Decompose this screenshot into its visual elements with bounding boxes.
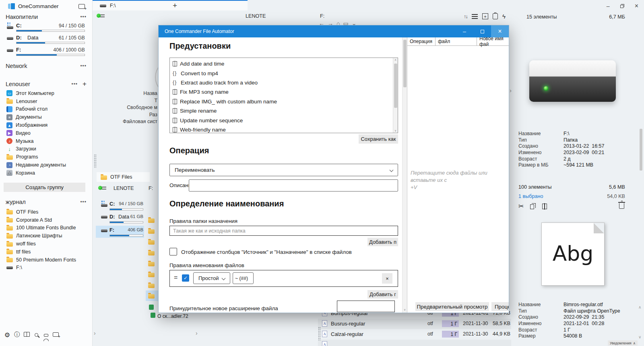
scroll-up-icon[interactable]: ∧ bbox=[638, 305, 641, 310]
journal-item[interactable]: Латинские Шрифты bbox=[0, 232, 92, 240]
journal-item[interactable]: 50 Premium Modern Fonts bbox=[0, 256, 92, 264]
folder-icon[interactable] bbox=[148, 240, 155, 245]
journal-item[interactable]: woff files bbox=[0, 240, 92, 248]
rule-enabled-checkbox[interactable]: ✓ bbox=[182, 274, 189, 282]
pane-resize-handle[interactable] bbox=[94, 154, 97, 168]
sidebar-item-programs[interactable]: Programs bbox=[0, 153, 92, 161]
file-icon-green[interactable] bbox=[149, 305, 154, 310]
cut-scissors-icon[interactable]: ✂ bbox=[518, 202, 524, 210]
preset-item[interactable]: { }Convert to mp4 bbox=[170, 68, 398, 78]
create-group-button[interactable]: Создать группу bbox=[4, 183, 85, 192]
preset-item[interactable]: Web-friendly name bbox=[170, 125, 398, 133]
list-view-icon[interactable] bbox=[472, 14, 478, 19]
drive-row-d[interactable]: D: Data 61 / 105 GB bbox=[0, 33, 92, 45]
folder-icon[interactable] bbox=[148, 262, 155, 266]
column-header[interactable]: Новое имя фай bbox=[477, 37, 509, 45]
folder-icon[interactable] bbox=[148, 218, 155, 223]
search-icon[interactable] bbox=[31, 331, 41, 341]
pane-collapse-chevron[interactable]: › bbox=[196, 330, 198, 336]
preset-item[interactable]: Update number sequence bbox=[170, 115, 398, 125]
pane-expand-chevron[interactable]: › bbox=[510, 87, 512, 94]
presets-listbox[interactable]: Add date and time { }Convert to mp4 { }E… bbox=[169, 58, 398, 133]
drive-row-f[interactable]: F: 406 / 1000 GB bbox=[0, 45, 92, 57]
sidebar-item-pictures[interactable]: ▲Изображения bbox=[0, 121, 92, 129]
dialog-maximize-icon[interactable] bbox=[473, 25, 491, 37]
rule-pattern-input[interactable] bbox=[233, 273, 253, 284]
assistant-icon[interactable] bbox=[41, 331, 51, 341]
sidebar-item-video[interactable]: ▶Видео bbox=[0, 129, 92, 137]
settings-gear-icon[interactable]: ⚙ bbox=[2, 331, 12, 341]
path-label[interactable]: F: bbox=[320, 13, 324, 19]
restore-icon[interactable] bbox=[620, 4, 624, 8]
folder-icon[interactable] bbox=[148, 284, 155, 288]
journal-item[interactable]: 100 Ultimate Fonts Bundle bbox=[0, 224, 92, 232]
folder-icon[interactable] bbox=[148, 294, 155, 299]
sidebar-item-recent[interactable]: ◔Недавние документы bbox=[0, 161, 92, 169]
drive-row-c[interactable]: C: 94 / 150 GB bbox=[0, 21, 92, 33]
sidebar-item-documents[interactable]: ≡Документы bbox=[0, 113, 92, 121]
description-input[interactable] bbox=[189, 180, 398, 191]
info-icon[interactable]: ⓘ bbox=[12, 331, 22, 341]
folder-icon[interactable] bbox=[148, 251, 155, 255]
force-ext-input[interactable] bbox=[337, 301, 394, 312]
rule-type-dropdown[interactable]: Простой bbox=[193, 272, 230, 284]
network-menu-icon[interactable]: ••• bbox=[80, 63, 87, 69]
preset-item[interactable]: Simple rename bbox=[170, 106, 398, 115]
preset-item[interactable]: Fix MP3 song name bbox=[170, 87, 398, 97]
table-row[interactable]: A Busrus-regular otf 1 Г 2021-11-30 58,5… bbox=[318, 319, 511, 329]
dialog-scrollbar[interactable]: ∨ bbox=[402, 37, 407, 313]
operation-dropdown[interactable]: Переименовать bbox=[169, 164, 398, 176]
sidebar-item-lenouser[interactable]: Lenouser bbox=[0, 97, 92, 105]
dual-pane-icon[interactable] bbox=[22, 331, 31, 341]
column-header[interactable]: Операция bbox=[407, 37, 436, 45]
partial-file-label[interactable]: О ск...adler.72 bbox=[157, 313, 188, 319]
preset-item[interactable]: Replace IMG_ with custom album name bbox=[170, 97, 398, 106]
add-favorite-icon[interactable]: + bbox=[83, 80, 87, 88]
path-label[interactable]: F: bbox=[149, 185, 153, 191]
journal-item[interactable]: ttf files bbox=[0, 248, 92, 256]
add-icon[interactable]: + bbox=[482, 13, 488, 19]
font-preview-thumbnail[interactable]: Abg bbox=[541, 222, 605, 286]
user-menu-icon[interactable]: ••• bbox=[71, 81, 78, 87]
delete-trash-icon[interactable] bbox=[619, 203, 624, 209]
sidebar-item-downloads[interactable]: ↓Загрузки bbox=[0, 145, 92, 153]
journal-item[interactable]: Corporate A Std bbox=[0, 216, 92, 224]
close-icon[interactable]: × bbox=[635, 2, 638, 10]
file-icon-green[interactable] bbox=[151, 313, 155, 318]
sidebar-item-desktop[interactable]: Рабочий стол bbox=[0, 105, 92, 113]
dest-rule-input[interactable] bbox=[170, 226, 398, 235]
preset-item[interactable]: { }Extract audio track from a video bbox=[170, 78, 398, 87]
folder-icon[interactable] bbox=[148, 229, 155, 234]
clipboard-icon[interactable] bbox=[493, 13, 498, 19]
process-button[interactable]: Проце bbox=[491, 302, 509, 311]
scrollbar-thumb[interactable] bbox=[640, 129, 642, 171]
table-row-partial[interactable]: A bbox=[318, 340, 511, 346]
scroll-down-icon[interactable]: ∨ bbox=[638, 335, 641, 340]
tab-f-drive[interactable]: F:\ + bbox=[93, 0, 248, 10]
journal-menu-icon[interactable]: ••• bbox=[80, 199, 87, 205]
storage-menu-icon[interactable]: ••• bbox=[80, 14, 87, 20]
notifications-chip[interactable]: Уведомления∧ bbox=[608, 340, 638, 346]
copy-icon[interactable] bbox=[530, 203, 536, 209]
pane-collapse-chevron[interactable]: › bbox=[94, 330, 96, 336]
rule-drag-handle[interactable]: = bbox=[174, 274, 178, 281]
new-tab-button[interactable]: + bbox=[173, 1, 177, 10]
listbox-scrollbar[interactable]: ∧ ∨ bbox=[393, 58, 398, 133]
actions-lightning-icon[interactable]: ϟ bbox=[502, 13, 506, 20]
drive-row-c[interactable]: C: 94 / 150 GB bbox=[96, 200, 144, 211]
new-window-icon[interactable]: + bbox=[78, 4, 85, 9]
sidebar-item-this-computer[interactable]: ▭Этот Компьютер bbox=[0, 89, 92, 97]
add-file-rule-button[interactable]: Добавить г bbox=[367, 290, 398, 299]
journal-item-drive[interactable]: F:\ bbox=[0, 264, 92, 272]
selected-count[interactable]: 1 выбрано bbox=[518, 194, 543, 199]
tab-otf-files[interactable]: OTF Files bbox=[97, 172, 150, 182]
sidebar-item-recycle[interactable]: ♺Корзина bbox=[0, 169, 92, 177]
table-row[interactable]: A Calzal-regular otf 1 Г 2021-11-30 44,9… bbox=[318, 329, 511, 340]
column-header[interactable]: файл bbox=[436, 37, 477, 45]
folder-icon[interactable] bbox=[148, 273, 155, 277]
drive-row-d[interactable]: D: Data 61 GB bbox=[96, 213, 144, 224]
preview-button[interactable]: Предварительный просмотр bbox=[415, 302, 489, 311]
remove-rule-icon[interactable]: × bbox=[382, 273, 392, 284]
add-dest-rule-button[interactable]: Добавить п bbox=[367, 238, 398, 246]
dialog-close-icon[interactable]: × bbox=[491, 25, 509, 37]
